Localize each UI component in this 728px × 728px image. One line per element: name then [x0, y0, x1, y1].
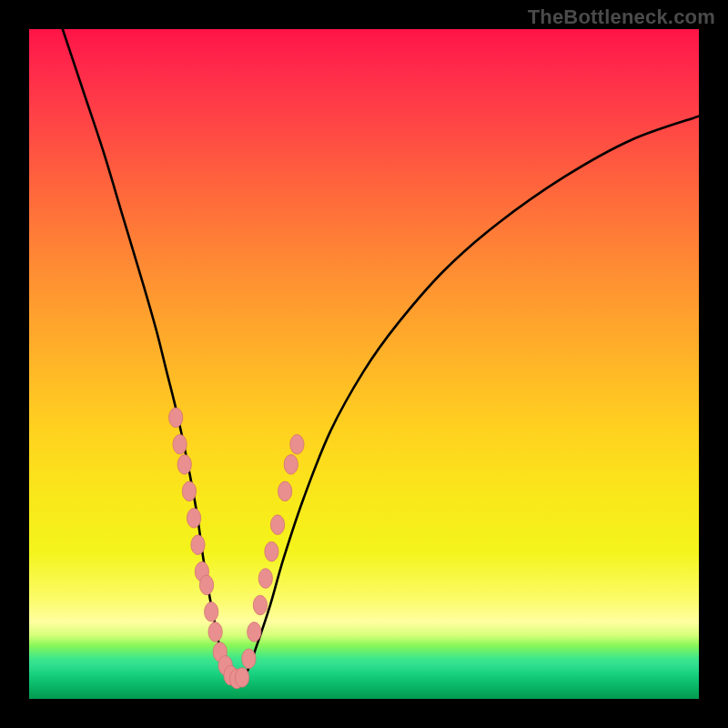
curve-marker — [205, 602, 218, 622]
curve-marker — [258, 569, 272, 589]
curve-marker — [242, 649, 256, 669]
curve-marker — [224, 665, 238, 685]
curve-marker — [270, 515, 284, 535]
curve-marker — [248, 622, 261, 642]
curve-marker — [213, 642, 227, 662]
curve-marker — [169, 408, 183, 428]
curve-marker — [235, 668, 248, 688]
curve-marker — [278, 481, 292, 501]
curve-marker — [191, 535, 205, 555]
curve-marker — [230, 669, 244, 689]
curve-marker — [182, 481, 196, 501]
chart-frame: TheBottleneck.com — [0, 0, 728, 728]
curve-marker — [265, 541, 278, 561]
curve-layer — [29, 29, 699, 699]
watermark-text: TheBottleneck.com — [528, 5, 715, 29]
curve-marker — [290, 435, 304, 455]
bottleneck-curve — [63, 29, 699, 683]
marker-group — [169, 408, 305, 689]
curve-marker — [208, 622, 222, 642]
curve-marker — [187, 508, 200, 528]
curve-marker — [253, 595, 267, 615]
curve-marker — [199, 575, 213, 595]
curve-marker — [195, 561, 208, 581]
plot-area — [29, 29, 699, 699]
curve-marker — [284, 455, 298, 475]
curve-marker — [177, 455, 191, 475]
curve-marker — [173, 435, 187, 455]
curve-marker — [218, 655, 232, 675]
